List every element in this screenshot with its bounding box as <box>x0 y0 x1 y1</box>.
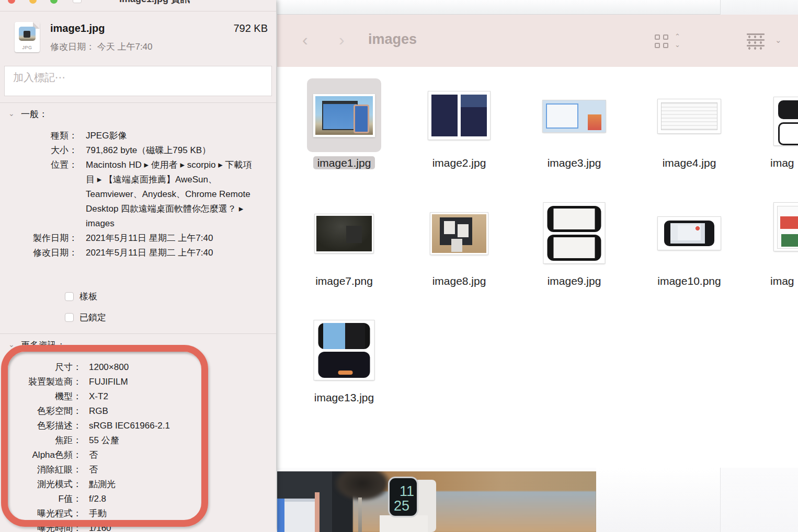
general-section-title: 一般： <box>21 108 48 120</box>
file-thumbnail[interactable] <box>658 217 721 250</box>
modified-date-line: 修改日期： 今天 上午7:40 <box>50 41 153 53</box>
background-webpage-blank <box>596 468 798 532</box>
titlebar-proxy-icon <box>73 0 82 3</box>
info-row: 製作日期：2021年5月11日 星期二 上午7:40 <box>0 231 268 246</box>
view-mode-icon[interactable] <box>655 34 668 48</box>
group-by-chevron-icon[interactable]: ⌄ <box>775 36 782 45</box>
file-name-label: image2.jpg <box>409 157 509 169</box>
file-name-label: image9.jpg <box>525 275 624 287</box>
info-row: 種類：JPEG影像 <box>0 129 268 143</box>
stationery-checkbox[interactable] <box>65 292 74 301</box>
minimize-button[interactable] <box>29 0 37 4</box>
file-thumbnail[interactable] <box>430 213 488 255</box>
file-name-label: image4.jpg <box>640 157 739 169</box>
background-window-strip <box>277 0 798 15</box>
back-button[interactable]: ‹ <box>302 30 308 50</box>
file-thumbnail[interactable] <box>315 214 373 253</box>
get-info-window: image1.jpg 資訊 JPG image1.jpg 792 KB 修改日期… <box>0 0 276 532</box>
zoom-button[interactable] <box>50 0 58 4</box>
file-name-label: imag <box>749 157 798 169</box>
forward-button[interactable]: › <box>339 30 345 50</box>
file-thumbnail[interactable] <box>658 99 721 133</box>
watch-hour: 11 <box>400 484 414 499</box>
stationery-checkbox-row: 樣板 <box>65 291 97 303</box>
thumbnail-preview <box>19 27 36 41</box>
tags-placeholder: 加入標記⋯ <box>13 71 65 85</box>
chevron-down-icon[interactable]: ⌄ <box>8 340 16 348</box>
file-name-label: image1.jpg <box>294 157 394 169</box>
phone-edge <box>315 492 320 532</box>
locked-checkbox[interactable] <box>65 313 74 322</box>
watch-minute: 25 <box>394 499 409 513</box>
background-window-seam <box>720 0 798 15</box>
file-thumbnail[interactable] <box>774 97 798 145</box>
file-thumbnail[interactable] <box>774 203 798 251</box>
feather-pen <box>334 471 391 502</box>
general-rows: 種類：JPEG影像 大小：791,862 byte（磁碟上795 KB） 位置：… <box>0 129 268 260</box>
file-name-label: image10.png <box>640 275 739 287</box>
apple-watch-face: 11 25 <box>388 477 418 517</box>
file-extension-label: JPG <box>15 45 40 50</box>
file-name-label: image7.png <box>294 275 394 287</box>
file-thumbnail[interactable] <box>428 91 490 140</box>
window-title: images <box>368 31 417 48</box>
background-photo: 11 25 <box>277 471 596 532</box>
file-thumbnail[interactable] <box>314 320 374 380</box>
divider <box>0 102 276 103</box>
feather-pen-stem <box>358 498 362 532</box>
file-thumbnail[interactable] <box>543 100 606 132</box>
finder-window: ‹ › images ⌃⌄ ⌄ image1.jpg image2.jpg im… <box>277 15 798 471</box>
laptop-screen-fragment <box>277 499 315 532</box>
file-name-label: image13.jpg <box>294 391 394 404</box>
file-thumbnail[interactable] <box>313 94 375 137</box>
chevron-down-icon[interactable]: ⌄ <box>8 109 16 117</box>
background-webpage-seam <box>720 468 798 532</box>
file-name-label: imag <box>749 275 798 287</box>
checkbox-label: 已鎖定 <box>79 311 106 323</box>
file-name-label: image3.jpg <box>525 157 624 169</box>
file-name-label: image8.jpg <box>409 275 509 287</box>
info-window-title: image1.jpg 資訊 <box>119 0 190 5</box>
info-titlebar: image1.jpg 資訊 <box>0 0 276 11</box>
checkbox-label: 樣板 <box>79 291 97 303</box>
view-mode-stepper-icon[interactable]: ⌃⌄ <box>675 32 680 49</box>
group-by-icon[interactable] <box>747 33 765 49</box>
file-thumbnail[interactable] <box>544 203 605 263</box>
watch-band <box>380 515 428 532</box>
close-button[interactable] <box>8 0 15 4</box>
divider <box>0 333 276 334</box>
finder-toolbar: ‹ › images ⌃⌄ ⌄ <box>277 15 798 67</box>
tags-input[interactable]: 加入標記⋯ <box>4 66 272 96</box>
annotation-highlight-box <box>1 345 208 527</box>
file-size: 792 KB <box>233 22 268 34</box>
info-row: 修改日期：2021年5月11日 星期二 上午7:40 <box>0 246 268 260</box>
info-row: 位置：Macintosh HD ▸ 使用者 ▸ scorpio ▸ 下載項目 ▸… <box>0 158 268 231</box>
info-row: 大小：791,862 byte（磁碟上795 KB） <box>0 143 268 158</box>
jpg-file-icon: JPG <box>15 22 40 52</box>
locked-checkbox-row: 已鎖定 <box>65 311 106 323</box>
background-webpage: 11 25 <box>277 468 798 532</box>
file-name: image1.jpg <box>50 22 105 34</box>
